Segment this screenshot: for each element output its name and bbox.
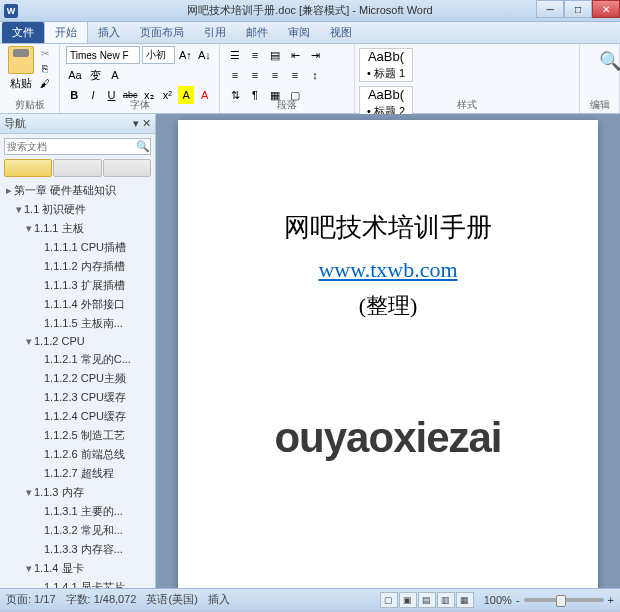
tab-view[interactable]: 视图 [320,22,362,43]
word-app-icon: W [4,4,18,18]
outline-item[interactable]: 1.1.3.1 主要的... [2,502,153,521]
zoom-slider[interactable] [524,598,604,602]
paste-button[interactable]: 粘贴 [6,46,35,91]
line-spacing-button[interactable]: ↕ [306,66,324,84]
outline-item[interactable]: 1.1.2.2 CPU主频 [2,369,153,388]
status-page[interactable]: 页面: 1/17 [6,592,56,607]
tab-references[interactable]: 引用 [194,22,236,43]
outline-item[interactable]: ▸第一章 硬件基础知识 [2,181,153,200]
search-icon[interactable]: 🔍 [136,139,150,154]
outline-item[interactable]: ▾1.1.4 显卡 [2,559,153,578]
multilevel-button[interactable]: ▤ [266,46,284,64]
clipboard-label: 剪贴板 [0,98,59,112]
status-language[interactable]: 英语(美国) [146,592,197,607]
nav-search[interactable]: 🔍 [4,138,151,155]
outline-item[interactable]: ▾1.1.1 主板 [2,219,153,238]
outline-item[interactable]: 1.1.3.2 常见和... [2,521,153,540]
window-controls: ─ □ ✕ [536,0,620,18]
status-words[interactable]: 字数: 1/48,072 [66,592,137,607]
nav-tab-pages[interactable] [53,159,101,177]
outline-item[interactable]: 1.1.2.6 前端总线 [2,445,153,464]
outline-item[interactable]: 1.1.1.5 主板南... [2,314,153,333]
decrease-indent-button[interactable]: ⇤ [286,46,304,64]
outline-item[interactable]: 1.1.2.3 CPU缓存 [2,388,153,407]
zoom-level[interactable]: 100% [484,594,512,606]
format-painter-button[interactable]: 🖌 [37,76,53,90]
print-layout-view[interactable]: ▢ [380,592,398,608]
tab-mailings[interactable]: 邮件 [236,22,278,43]
font-name-select[interactable]: Times New F [66,46,140,64]
bullets-button[interactable]: ☰ [226,46,244,64]
editing-group: 🔍 编辑 [580,44,620,113]
find-button[interactable]: 🔍 [586,46,620,72]
align-center-button[interactable]: ≡ [246,66,264,84]
outline-item[interactable]: 1.1.2.5 制造工艺 [2,426,153,445]
nav-header: 导航 ▾ ✕ [0,114,155,134]
nav-tab-results[interactable] [103,159,151,177]
find-icon: 🔍 [599,50,620,72]
page: 网吧技术培训手册 www.txwb.com (整理) 天下网吧 [178,120,598,588]
web-view[interactable]: ▤ [418,592,436,608]
change-case-button[interactable]: Aa [66,66,84,84]
shrink-font-button[interactable]: A↓ [196,46,213,64]
align-left-button[interactable]: ≡ [226,66,244,84]
document-area[interactable]: 网吧技术培训手册 www.txwb.com (整理) 天下网吧 ouyaoxie… [156,114,620,588]
tab-layout[interactable]: 页面布局 [130,22,194,43]
outline-item[interactable]: ▾1.1.3 内存 [2,483,153,502]
title-bar: W 网吧技术培训手册.doc [兼容模式] - Microsoft Word ─… [0,0,620,22]
clear-format-button[interactable]: A [106,66,124,84]
align-right-button[interactable]: ≡ [266,66,284,84]
document-link[interactable]: www.txwb.com [318,257,457,282]
outline-item[interactable]: 1.1.2.1 常见的C... [2,350,153,369]
nav-close-icon[interactable]: ▾ ✕ [133,117,151,130]
view-buttons: ▢ ▣ ▤ ▥ ▦ [380,592,474,608]
outline-tree[interactable]: ▸第一章 硬件基础知识▾1.1 初识硬件▾1.1.1 主板1.1.1.1 CPU… [0,177,155,588]
fullscreen-view[interactable]: ▣ [399,592,417,608]
styles-label: 样式 [355,98,579,112]
paste-label: 粘贴 [10,76,32,91]
draft-view[interactable]: ▦ [456,592,474,608]
tab-home[interactable]: 开始 [44,21,88,43]
editing-label: 编辑 [580,98,619,112]
outline-view[interactable]: ▥ [437,592,455,608]
phonetic-button[interactable]: 变 [86,66,104,84]
outline-item[interactable]: 1.1.3.3 内存容... [2,540,153,559]
nav-title: 导航 [4,116,26,131]
zoom-out-button[interactable]: - [516,594,520,606]
style-heading1[interactable]: AaBb( • 标题 1 [359,48,413,82]
font-size-select[interactable]: 小初 [142,46,175,64]
navigation-pane: 导航 ▾ ✕ 🔍 ▸第一章 硬件基础知识▾1.1 初识硬件▾1.1.1 主板1.… [0,114,156,588]
outline-item[interactable]: ▾1.1 初识硬件 [2,200,153,219]
outline-item[interactable]: ▾1.1.2 CPU [2,333,153,350]
copy-button[interactable]: ⎘ [37,61,53,75]
outline-item[interactable]: 1.1.1.3 扩展插槽 [2,276,153,295]
outline-item[interactable]: 1.1.1.1 CPU插槽 [2,238,153,257]
paste-icon [8,46,34,74]
outline-item[interactable]: 1.1.2.7 超线程 [2,464,153,483]
cut-button[interactable]: ✂ [37,46,53,60]
tab-review[interactable]: 审阅 [278,22,320,43]
zoom-controls: 100% - + [484,594,614,606]
page-content[interactable]: 网吧技术培训手册 www.txwb.com (整理) [178,120,598,411]
zoom-in-button[interactable]: + [608,594,614,606]
close-button[interactable]: ✕ [592,0,620,18]
numbering-button[interactable]: ≡ [246,46,264,64]
maximize-button[interactable]: □ [564,0,592,18]
document-subtitle: (整理) [228,291,548,321]
tab-insert[interactable]: 插入 [88,22,130,43]
font-label: 字体 [60,98,219,112]
outline-item[interactable]: 1.1.1.2 内存插槽 [2,257,153,276]
outline-item[interactable]: 1.1.4.1 显卡芯片 [2,578,153,588]
outline-item[interactable]: 1.1.2.4 CPU缓存 [2,407,153,426]
justify-button[interactable]: ≡ [286,66,304,84]
workspace: 导航 ▾ ✕ 🔍 ▸第一章 硬件基础知识▾1.1 初识硬件▾1.1.1 主板1.… [0,114,620,588]
status-mode[interactable]: 插入 [208,592,230,607]
grow-font-button[interactable]: A↑ [177,46,194,64]
search-input[interactable] [5,139,136,154]
nav-tab-headings[interactable] [4,159,52,177]
increase-indent-button[interactable]: ⇥ [306,46,324,64]
tab-file[interactable]: 文件 [2,22,44,43]
minimize-button[interactable]: ─ [536,0,564,18]
outline-item[interactable]: 1.1.1.4 外部接口 [2,295,153,314]
styles-group: AaBb( • 标题 1 AaBb( • 标题 2 AaBbCc • 标题 3 … [355,44,580,113]
